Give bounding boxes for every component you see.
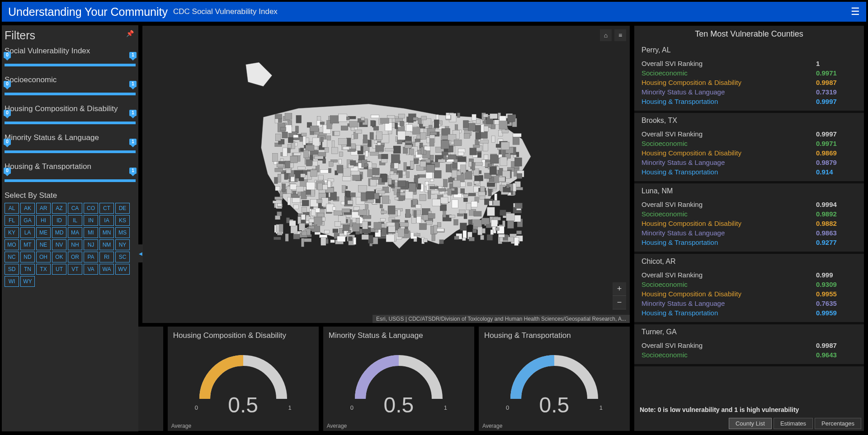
state-button-in[interactable]: IN [84,215,98,226]
svg-rect-865 [372,177,379,180]
state-button-wa[interactable]: WA [99,264,114,275]
legend-icon[interactable]: ≡ [614,29,626,41]
state-button-nv[interactable]: NV [52,239,66,250]
county-card: Perry, ALOverall SVI Ranking1Socioeconom… [634,42,864,113]
state-button-ny[interactable]: NY [115,239,130,250]
state-button-ri[interactable]: RI [99,252,114,262]
state-button-ia[interactable]: IA [99,215,114,226]
state-button-co[interactable]: CO [84,203,98,214]
state-button-nm[interactable]: NM [99,239,114,250]
range-slider[interactable]: 0 1 [5,86,136,100]
slider-min-handle[interactable]: 0 [4,139,11,145]
zoom-out-button[interactable]: − [613,296,626,309]
state-button-nc[interactable]: NC [5,252,19,262]
pin-icon[interactable]: 📌 [126,30,134,37]
state-button-vt[interactable]: VT [68,264,82,275]
home-icon[interactable]: ⌂ [600,29,612,41]
state-button-fl[interactable]: FL [5,215,19,226]
slider-max-handle[interactable]: 1 [129,81,137,87]
state-button-nh[interactable]: NH [68,239,82,250]
range-slider[interactable]: 0 1 [5,57,136,71]
state-button-wv[interactable]: WV [115,264,130,275]
state-button-or[interactable]: OR [68,252,82,262]
svg-rect-866 [315,156,323,159]
state-button-ms[interactable]: MS [115,227,130,238]
tab-percentages[interactable]: Percentages [815,418,861,429]
state-button-mi[interactable]: MI [84,227,98,238]
state-button-ut[interactable]: UT [52,264,66,275]
svg-rect-772 [489,201,493,206]
us-map[interactable] [211,37,561,293]
slider-max-handle[interactable]: 1 [129,168,137,174]
state-button-wi[interactable]: WI [5,276,19,287]
collapse-icon[interactable]: ◀ [138,244,143,262]
state-button-ct[interactable]: CT [99,203,114,214]
slider-max-handle[interactable]: 1 [129,139,137,145]
state-button-wy[interactable]: WY [20,276,35,287]
state-button-ca[interactable]: CA [68,203,82,214]
state-button-al[interactable]: AL [5,203,19,214]
svg-rect-785 [488,164,492,167]
svg-rect-704 [370,179,376,186]
svg-rect-839 [480,140,489,143]
svg-rect-715 [459,210,465,214]
state-button-tx[interactable]: TX [36,264,51,275]
state-button-nj[interactable]: NJ [84,239,98,250]
state-button-ky[interactable]: KY [5,227,19,238]
state-button-sc[interactable]: SC [115,252,130,262]
slider-min-handle[interactable]: 0 [4,81,11,87]
state-button-ma[interactable]: MA [68,227,82,238]
map-pane[interactable]: ⌂ ≡ + − Esri, USGS | CDC/ATSDR/Division … [142,25,630,323]
svg-rect-871 [404,229,408,234]
state-button-mt[interactable]: MT [20,239,35,250]
state-button-nd[interactable]: ND [20,252,35,262]
svg-rect-668 [294,153,301,155]
slider-max-handle[interactable]: 1 [129,110,137,116]
svg-rect-701 [490,167,496,175]
state-button-ne[interactable]: NE [36,239,51,250]
range-slider[interactable]: 0 1 [5,173,136,187]
state-button-ga[interactable]: GA [20,215,35,226]
state-button-va[interactable]: VA [84,264,98,275]
svg-rect-677 [443,179,447,187]
state-button-ak[interactable]: AK [20,203,35,214]
svg-rect-810 [499,121,507,129]
tab-county-list[interactable]: County List [729,418,772,429]
state-button-ok[interactable]: OK [52,252,66,262]
state-button-ks[interactable]: KS [115,215,130,226]
svg-rect-661 [290,184,297,190]
range-slider[interactable]: 0 1 [5,115,136,129]
state-button-mn[interactable]: MN [99,227,114,238]
slider-min-handle[interactable]: 0 [4,52,11,58]
slider-min-handle[interactable]: 0 [4,168,11,174]
county-list[interactable]: Perry, ALOverall SVI Ranking1Socioeconom… [634,42,864,403]
svg-rect-864 [385,149,394,151]
range-slider[interactable]: 0 1 [5,144,136,158]
state-button-mo[interactable]: MO [5,239,19,250]
state-button-la[interactable]: LA [20,227,35,238]
svg-rect-619 [440,197,448,204]
state-button-az[interactable]: AZ [52,203,66,214]
svg-rect-583 [293,205,298,209]
state-button-ar[interactable]: AR [36,203,51,214]
slider-max-handle[interactable]: 1 [129,52,137,58]
state-button-sd[interactable]: SD [5,264,19,275]
slider-min-handle[interactable]: 0 [4,110,11,116]
svg-rect-517 [330,116,339,123]
svg-rect-486 [508,115,515,122]
state-button-il[interactable]: IL [68,215,82,226]
state-button-pa[interactable]: PA [84,252,98,262]
svg-rect-530 [429,139,434,146]
menu-icon[interactable]: ☰ [851,6,860,18]
tab-estimates[interactable]: Estimates [774,418,813,429]
state-button-tn[interactable]: TN [20,264,35,275]
zoom-in-button[interactable]: + [613,282,626,296]
state-button-hi[interactable]: HI [36,215,51,226]
svg-rect-246 [477,153,481,158]
state-button-oh[interactable]: OH [36,252,51,262]
state-button-de[interactable]: DE [115,203,130,214]
state-button-md[interactable]: MD [52,227,66,238]
gauge-title: Housing & Transportation [484,331,624,340]
state-button-id[interactable]: ID [52,215,66,226]
state-button-me[interactable]: ME [36,227,51,238]
